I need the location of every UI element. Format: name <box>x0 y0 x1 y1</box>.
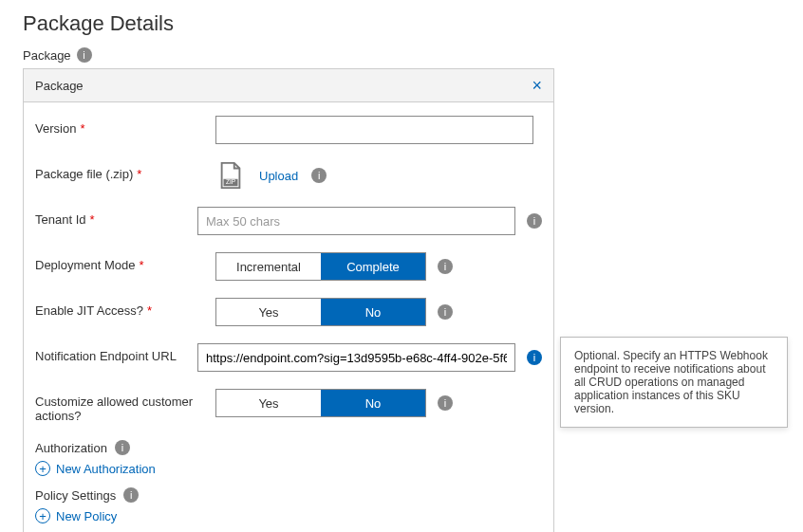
custom-yes[interactable]: Yes <box>216 390 321 416</box>
svg-text:ZIP: ZIP <box>226 178 236 185</box>
jit-toggle[interactable]: Yes No <box>215 298 426 326</box>
jit-label: Enable JIT Access? <box>35 303 143 318</box>
jit-no[interactable]: No <box>321 299 425 325</box>
tenant-label: Tenant Id <box>35 212 86 227</box>
upload-link[interactable]: Upload <box>259 169 298 183</box>
jit-yes[interactable]: Yes <box>216 299 321 325</box>
plus-icon: + <box>35 508 50 523</box>
info-icon[interactable]: i <box>438 304 453 320</box>
tenant-input[interactable] <box>197 207 515 235</box>
info-icon[interactable]: i <box>77 47 92 63</box>
card-title: Package <box>35 79 84 93</box>
info-icon[interactable]: i <box>311 168 327 183</box>
info-icon[interactable]: i <box>527 350 542 365</box>
add-policy-button[interactable]: + New Policy <box>35 508 542 523</box>
info-icon[interactable]: i <box>123 487 139 503</box>
info-icon[interactable]: i <box>527 213 542 229</box>
package-card: Package × Version* Package file (.zip)* … <box>23 68 554 532</box>
info-icon[interactable]: i <box>438 259 453 274</box>
policy-heading: Policy Settings <box>35 488 116 503</box>
custom-no[interactable]: No <box>321 390 425 416</box>
package-subheading: Package <box>23 48 71 63</box>
plus-icon: + <box>35 461 50 476</box>
deploy-label: Deployment Mode <box>35 258 136 272</box>
deployment-mode-toggle[interactable]: Incremental Complete <box>215 252 426 281</box>
info-icon[interactable]: i <box>438 395 453 411</box>
deploy-complete[interactable]: Complete <box>321 253 425 280</box>
page-title: Package Details <box>23 11 780 36</box>
version-label: Version <box>35 121 76 136</box>
info-icon[interactable]: i <box>115 440 130 455</box>
authorization-heading: Authorization <box>35 441 107 455</box>
add-authorization-label: New Authorization <box>56 462 156 476</box>
custom-label: Customize allowed customer actions? <box>35 394 215 423</box>
deploy-incremental[interactable]: Incremental <box>216 253 321 280</box>
custom-actions-toggle[interactable]: Yes No <box>215 389 426 417</box>
packagefile-label: Package file (.zip) <box>35 167 133 181</box>
close-icon[interactable]: × <box>532 77 542 94</box>
add-authorization-button[interactable]: + New Authorization <box>35 461 542 476</box>
add-policy-label: New Policy <box>56 509 117 523</box>
endpoint-label: Notification Endpoint URL <box>35 349 177 363</box>
endpoint-input[interactable] <box>197 343 515 372</box>
version-input[interactable] <box>215 116 533 144</box>
endpoint-tooltip: Optional. Specify an HTTPS Webhook endpo… <box>560 337 788 428</box>
zip-file-icon: ZIP <box>215 161 246 190</box>
